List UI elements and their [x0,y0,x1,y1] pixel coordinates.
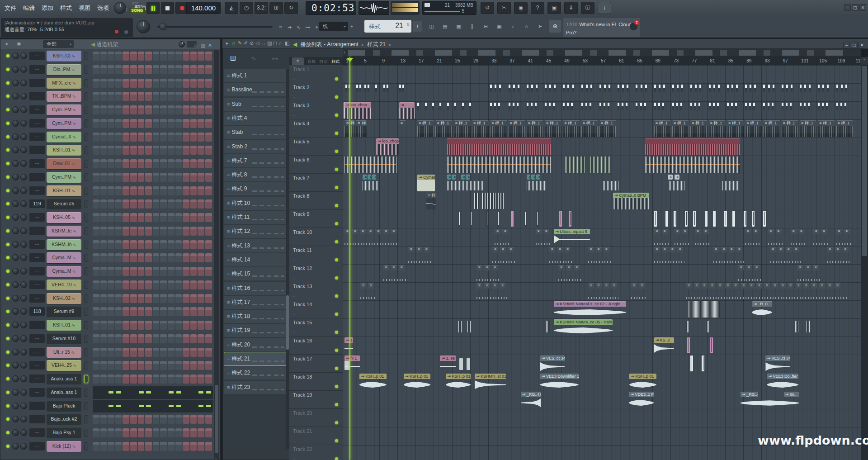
mini-pattern-clip[interactable]: ≡ [682,229,688,234]
step-cell[interactable] [93,92,99,101]
note-tick-clip[interactable] [387,85,388,92]
note-tick-clip[interactable] [836,103,838,110]
step-cell[interactable] [190,428,197,437]
step-cell[interactable] [183,133,189,142]
chip-clip[interactable]: ⇥ [466,175,470,180]
step-cell[interactable] [175,119,182,128]
track-led[interactable] [335,186,338,189]
step-cell[interactable] [145,65,152,74]
step-cell[interactable] [93,199,99,209]
pitch-slider-thumb[interactable] [159,23,167,30]
note-tick-clip[interactable] [490,85,492,92]
step-cell[interactable] [168,105,175,114]
clip-label[interactable]: ⇥ fx 1 [344,356,360,361]
channel-pan-knob[interactable] [12,443,19,450]
step-cell[interactable] [168,92,175,101]
track-name[interactable]: Track 4 [293,121,309,126]
track-header[interactable]: Track 9┄ [289,210,343,228]
channel-pan-knob[interactable] [12,52,19,59]
browser-icon[interactable]: ▣ [495,21,504,32]
step-cell[interactable] [123,428,129,437]
playlist-icon[interactable]: ▤ [440,21,450,32]
note-tick-clip[interactable] [432,103,434,110]
mini-pattern-clip[interactable]: ≡ [717,283,723,289]
step-cell[interactable] [145,348,152,357]
rack-swing-knob[interactable] [179,41,185,47]
note-tick-clip[interactable] [345,85,347,92]
step-cell[interactable] [123,199,129,209]
shop-icon[interactable]: ⊛ [549,20,561,33]
mini-pattern-clip[interactable]: ≡ [686,283,692,289]
playlist-minimize-icon[interactable]: – [843,42,850,48]
mini-pattern-clip[interactable]: ≡ [843,247,849,252]
step-cell[interactable] [205,361,212,370]
step-cell[interactable] [175,105,182,114]
clip-body[interactable] [399,108,415,119]
note-tick-clip[interactable] [494,103,496,110]
step-cell[interactable] [115,173,122,182]
thin-clip[interactable] [763,211,766,227]
thin-clip[interactable] [536,211,538,227]
channel-button[interactable]: Cym..PM ∿ [47,172,81,183]
step-cell[interactable] [93,428,99,437]
mini-pattern-clip[interactable]: ≡ [604,247,609,252]
step-cell[interactable] [175,428,182,437]
dash-box-clip[interactable] [686,321,689,332]
step-cell[interactable] [153,348,160,357]
pattern-item[interactable]: ≡样式 18 [224,310,287,323]
channel-selector[interactable] [84,415,88,423]
mini-pattern-clip[interactable]: ≡ [813,229,819,234]
clip[interactable]: ≡ 样..1 [836,120,853,137]
mini-pattern-clip[interactable]: ≡ [424,247,429,252]
clip-label[interactable]: ⇥ 1..se [440,356,455,361]
clip[interactable]: ⇥ Cymati..0 BPM [613,193,649,209]
note-tick-clip[interactable] [399,85,401,92]
clip-label[interactable]: ≡ 样..1 [763,120,780,126]
step-cell[interactable] [160,199,167,209]
master-knob[interactable] [114,2,126,14]
clip-label[interactable]: ⇥ KSHMR Natura..ce 05 - Rain [554,319,613,325]
step-cell[interactable] [198,186,204,195]
paint-icon[interactable]: ✐ [244,40,248,46]
track-header[interactable]: Track 6┄ [289,156,343,174]
clip[interactable] [645,138,740,155]
clip-body[interactable] [344,343,353,354]
info-icon[interactable]: ⓘ [581,2,594,14]
step-cell[interactable] [190,146,197,155]
step-cell[interactable] [138,267,145,276]
channel-pan-knob[interactable] [12,187,19,194]
note-tick-clip[interactable] [545,85,547,92]
step-cell[interactable] [190,52,197,61]
step-cell[interactable] [123,375,129,384]
step-cell[interactable] [145,213,152,222]
channel-volume-knob[interactable] [20,120,27,127]
channel-volume-knob[interactable] [20,66,27,73]
mini-pattern-clip[interactable]: ≡ [566,265,572,270]
track-header[interactable]: Track 8┄ [289,192,343,210]
pattern-item[interactable]: ≡Bassline [224,83,287,96]
clip-body[interactable] [765,361,790,372]
mini-pattern-clip[interactable]: ≡ [543,229,549,234]
mini-pattern-clip[interactable]: ≡ [753,229,759,234]
step-cell[interactable] [108,52,114,61]
step-cell[interactable] [190,334,197,343]
export-icon[interactable]: ➤ [535,21,545,32]
scroll-up-icon[interactable]: ⌃ [861,57,868,65]
clip-label[interactable]: ⇥ _RG..4) [521,392,541,397]
step-cell[interactable] [93,348,99,357]
step-cell[interactable] [153,199,160,209]
channel-button[interactable]: Analo..ass 1 [47,387,81,398]
step-cell[interactable] [93,105,99,114]
playlist-timeline[interactable]: 1591317212529333741454953576165697377818… [343,57,861,65]
note-tick-clip[interactable] [549,85,551,92]
thin-clip[interactable] [687,337,690,353]
track-grip[interactable]: ┄ [293,457,296,460]
note-tick-clip[interactable] [695,85,697,92]
track-name[interactable]: Track 14 [293,302,312,307]
pat-label[interactable]: PAT [129,1,145,5]
channel-button[interactable]: KSH..01 ∿ [47,320,81,331]
step-cell[interactable] [108,428,114,437]
playback-icon[interactable]: ◧ [285,40,289,46]
channel-button[interactable]: Kick (12) ∿ [47,441,81,452]
step-cell[interactable] [108,348,114,357]
